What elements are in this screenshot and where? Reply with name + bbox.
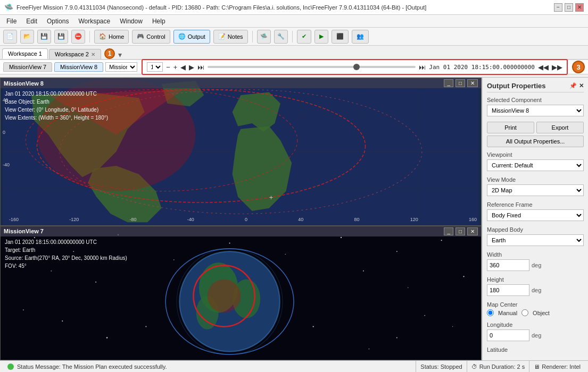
viewpoint-label: Viewpoint xyxy=(487,151,584,158)
output-properties-panel: Output Properties 📌 ✕ Selected Component… xyxy=(482,78,588,360)
height-section: Height deg xyxy=(487,276,584,296)
main-area: + 40 0 -40 -160 -120 -80 -40 0 40 80 120… xyxy=(0,78,588,360)
timeline-end-btn[interactable]: ⏭ xyxy=(419,63,426,71)
output-label: Output xyxy=(188,33,205,40)
next-frame-btn[interactable]: ▶▶ xyxy=(552,63,562,71)
add-workspace-btn[interactable]: ▾ xyxy=(118,50,122,59)
menu-options[interactable]: Options xyxy=(43,16,73,26)
close-btn[interactable]: ✕ xyxy=(575,3,584,12)
viewpoint-select[interactable]: Current: Default xyxy=(487,159,584,171)
reference-frame-select[interactable]: Body Fixed xyxy=(487,209,584,221)
view-tab-7[interactable]: MissionView 7 xyxy=(3,62,52,72)
sep2 xyxy=(252,31,253,43)
mv7-min-btn[interactable]: _ xyxy=(444,227,453,235)
view-tab-8[interactable]: MissionView 8 xyxy=(54,62,103,72)
view-mode-select[interactable]: 2D Map xyxy=(487,184,584,196)
menu-edit[interactable]: Edit xyxy=(22,16,42,26)
view-tab-8-label: MissionView 8 xyxy=(60,64,97,70)
svg-point-26 xyxy=(51,270,52,272)
mv8-close-btn[interactable]: ✕ xyxy=(467,79,478,87)
svg-point-27 xyxy=(95,281,96,282)
panel-close-btn[interactable]: ✕ xyxy=(579,82,584,89)
svg-point-25 xyxy=(441,240,442,241)
save2-btn[interactable]: 💾 xyxy=(54,30,68,44)
height-unit: deg xyxy=(532,287,541,293)
workspace-tab-2-close[interactable]: ✕ xyxy=(91,52,95,57)
map-center-radio-row: Manual Object xyxy=(487,309,584,316)
maximize-btn[interactable]: □ xyxy=(565,3,573,12)
manual-radio[interactable] xyxy=(487,309,494,316)
object-radio[interactable] xyxy=(521,309,528,316)
selected-component-select[interactable]: MissionView 8 xyxy=(487,105,584,116)
new-btn[interactable]: 📄 xyxy=(3,30,17,44)
reference-frame-label: Reference Frame xyxy=(487,201,584,208)
annotation-badge-3: 3 xyxy=(572,61,585,73)
height-input[interactable] xyxy=(487,284,529,296)
check-btn[interactable]: ✔ xyxy=(297,30,311,44)
height-label: Height xyxy=(487,276,584,283)
timeline-slider[interactable] xyxy=(208,66,416,68)
mv7-line4: FOV: 45° xyxy=(5,262,127,270)
view-select[interactable]: MissionView 8 xyxy=(105,62,137,72)
play-btn[interactable]: ▶ xyxy=(314,30,328,44)
play-fwd-btn[interactable]: ▶ xyxy=(189,63,194,71)
svg-point-39 xyxy=(145,326,146,327)
notes-btn[interactable]: 📝 Notes xyxy=(213,30,248,44)
speed-up-btn[interactable]: + xyxy=(173,63,178,71)
width-label: Width xyxy=(487,251,584,258)
control-btn[interactable]: 🎮 Control xyxy=(132,30,170,44)
menu-help[interactable]: Help xyxy=(148,16,170,26)
playback-bar: 1 − + ◀ ▶ ⏭ ⏭ Jan 01 2020 18:15:00.00000… xyxy=(142,59,568,75)
open-btn[interactable]: 📂 xyxy=(20,30,34,44)
mv8-max-btn[interactable]: □ xyxy=(456,79,465,87)
home-btn[interactable]: 🏠 Home xyxy=(94,30,129,44)
mv7-max-btn[interactable]: □ xyxy=(456,227,465,235)
save-icon: 💾 xyxy=(40,33,48,40)
menu-workspace[interactable]: Workspace xyxy=(74,16,114,26)
panel-title-text: Output Properties xyxy=(487,82,546,90)
mv8-min-btn[interactable]: _ xyxy=(444,79,453,87)
menu-window[interactable]: Window xyxy=(115,16,147,26)
satellite-btn2[interactable]: 🔧 xyxy=(274,30,288,44)
prev-frame-btn[interactable]: ◀◀ xyxy=(538,63,549,71)
workspace-tab-2[interactable]: Workspace 2 ✕ xyxy=(49,49,101,59)
run-duration-icon: ⏱ xyxy=(471,363,477,370)
stop-btn[interactable]: ⛔ xyxy=(71,30,85,44)
group-icon: 👥 xyxy=(357,33,364,40)
width-section: Width deg xyxy=(487,251,584,271)
svg-point-36 xyxy=(369,348,370,349)
annotation-badge-1: 1 xyxy=(104,48,115,59)
map-center-section: Map Center Manual Object xyxy=(487,301,584,316)
print-btn[interactable]: Print xyxy=(487,122,534,133)
svg-point-32 xyxy=(62,320,63,322)
notes-icon: 📝 xyxy=(218,33,226,40)
save-btn[interactable]: 💾 xyxy=(37,30,51,44)
panel-pin-btn[interactable]: 📌 xyxy=(569,82,577,89)
minimize-btn[interactable]: − xyxy=(554,3,562,12)
longitude-input[interactable] xyxy=(487,329,529,341)
speed-select[interactable]: 1 xyxy=(147,62,163,72)
satellite-btn1[interactable]: 🛸 xyxy=(257,30,271,44)
group-btn[interactable]: 👥 xyxy=(352,30,369,44)
height-input-row: deg xyxy=(487,284,584,296)
svg-point-33 xyxy=(424,315,425,316)
home-label: Home xyxy=(109,33,124,40)
mv7-line3: Source: Earth(270° RA, 20° Dec, 30000 km… xyxy=(5,254,127,262)
mapped-body-select[interactable]: Earth xyxy=(487,234,584,246)
stop2-btn[interactable]: ⬛ xyxy=(332,30,349,44)
width-input[interactable] xyxy=(487,259,529,271)
skip-end-btn[interactable]: ⏭ xyxy=(197,63,204,71)
output-btn[interactable]: 🌐 Output xyxy=(173,30,210,44)
workspace-tab-2-label: Workspace 2 xyxy=(55,51,89,57)
speed-down-btn[interactable]: − xyxy=(166,63,170,71)
workspace-tab-1[interactable]: Workspace 1 xyxy=(2,48,48,59)
sep3 xyxy=(292,31,293,43)
step-back-btn[interactable]: ◀ xyxy=(180,63,186,71)
menu-file[interactable]: File xyxy=(2,16,21,26)
longitude-label: Longitude xyxy=(487,322,584,328)
latitude-section: Latitude xyxy=(487,346,584,353)
mv7-close-btn[interactable]: ✕ xyxy=(467,227,478,235)
svg-point-35 xyxy=(396,337,397,338)
all-properties-btn[interactable]: All Output Properties... xyxy=(487,136,584,147)
export-btn[interactable]: Export xyxy=(536,122,584,133)
